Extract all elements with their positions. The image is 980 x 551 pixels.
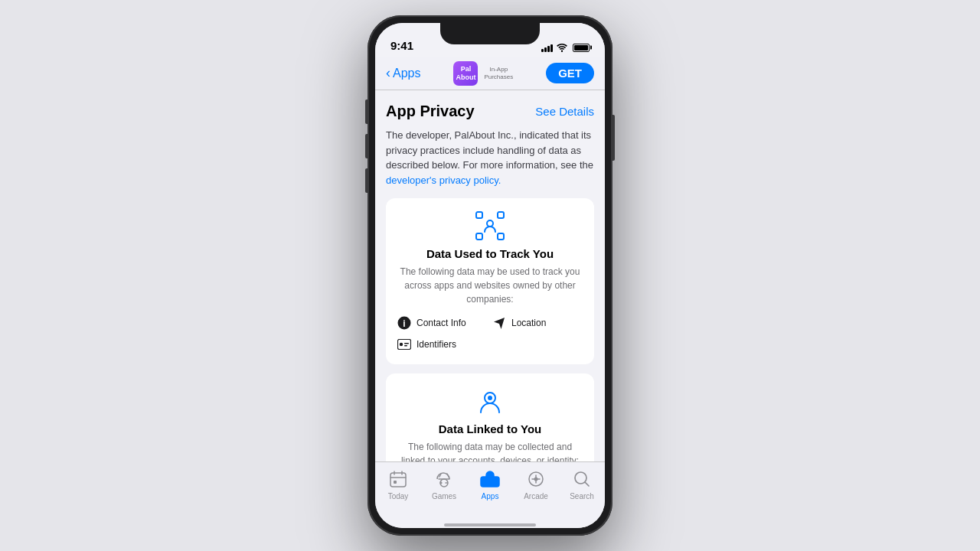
id-card-icon [397,337,412,352]
phone-wrapper: 9:41 [368,15,612,536]
list-item: Identifiers [397,337,488,352]
svg-rect-10 [404,345,407,347]
identifiers-label: Identifiers [416,339,456,350]
svg-rect-23 [390,473,406,487]
today-tab-icon [387,468,409,490]
linked-card: Data Linked to You The following data ma… [386,373,594,461]
tab-bar: Today Games [375,461,605,524]
phone-body: 9:41 [368,15,612,536]
vol-down-button [365,168,368,193]
list-item: Location [492,315,583,331]
games-tab-icon [433,468,455,490]
status-time: 9:41 [390,39,413,52]
svg-point-28 [534,478,538,481]
privacy-title: App Privacy [386,103,475,120]
home-indicator [375,524,605,528]
arcade-tab-label: Arcade [524,492,548,500]
list-item: i Contact Info [397,315,488,331]
nav-center: PalAbout In-App Purchases [453,61,513,86]
apps-tab-label: Apps [482,492,499,500]
tracking-card-desc: The following data may be used to track … [397,265,583,306]
svg-rect-1 [498,212,504,218]
svg-point-4 [487,220,493,227]
privacy-description: The developer, PalAbout Inc., indicated … [386,128,594,187]
tab-today[interactable]: Today [379,468,417,500]
svg-rect-2 [476,233,482,240]
contact-info-label: Contact Info [416,318,466,328]
see-details-link[interactable]: See Details [535,105,594,118]
svg-point-8 [400,343,403,346]
notch [440,23,540,44]
wifi-icon [557,44,567,52]
svg-point-12 [488,396,492,400]
tab-apps[interactable]: Apps [471,468,509,500]
tab-games[interactable]: Games [425,468,463,500]
privacy-header: App Privacy See Details [386,103,594,120]
battery-icon [573,44,590,52]
svg-rect-9 [404,343,409,344]
tab-arcade[interactable]: Arcade [517,468,555,500]
arcade-tab-icon [525,468,547,490]
tracking-icon [475,210,505,241]
home-bar [444,523,536,527]
tracking-items: i Contact Info [397,315,583,352]
signal-icon [541,43,553,52]
linked-icon [475,386,505,416]
linked-card-title: Data Linked to You [439,422,541,435]
linked-card-header: Data Linked to You The following data ma… [397,386,583,461]
get-button[interactable]: GET [546,63,594,83]
svg-rect-3 [498,233,504,240]
svg-rect-24 [394,481,397,484]
content-area: App Privacy See Details The developer, P… [375,90,605,461]
tracking-card-title: Data Used to Track You [426,247,554,260]
vol-up-button [365,134,368,158]
search-tab-icon [571,468,593,490]
status-icons [541,43,590,52]
app-icon: PalAbout [453,61,478,86]
location-arrow-icon [492,315,507,331]
info-circle-icon: i [397,315,412,331]
tracking-card-header: Data Used to Track You The following dat… [397,210,583,306]
tab-search[interactable]: Search [563,468,601,500]
tracking-card: Data Used to Track You The following dat… [386,198,594,364]
location-label: Location [511,318,546,328]
svg-rect-26 [481,477,499,487]
today-tab-label: Today [388,492,409,500]
nav-bar: ‹ Apps PalAbout In-App Purchases GET [375,57,605,90]
search-tab-label: Search [570,492,594,500]
games-tab-label: Games [432,492,456,500]
privacy-policy-link[interactable]: developer's privacy policy. [386,174,501,186]
back-button[interactable]: ‹ Apps [386,67,420,80]
screen: 9:41 [375,23,605,528]
in-app-purchases-label: In-App Purchases [484,66,513,80]
back-label: Apps [393,67,420,80]
svg-text:i: i [403,318,405,329]
back-chevron-icon: ‹ [386,66,390,80]
content-inner: App Privacy See Details The developer, P… [375,90,605,461]
linked-card-desc: The following data may be collected and … [397,440,583,461]
svg-rect-0 [476,212,482,218]
apps-tab-icon [479,468,501,490]
